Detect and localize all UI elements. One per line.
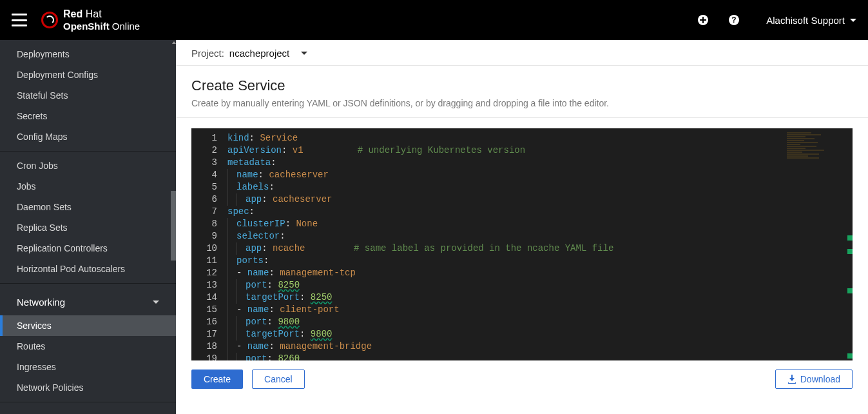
topbar: Red Hat OpenShift Online ? Alachisoft Su…: [0, 0, 868, 40]
sidebar-item-secrets[interactable]: Secrets: [0, 106, 176, 126]
download-label: Download: [800, 374, 840, 384]
sidebar-header-networking[interactable]: Networking: [0, 289, 176, 315]
svg-text:?: ?: [732, 15, 737, 25]
add-icon[interactable]: [697, 14, 709, 26]
sidebar-item-hpa[interactable]: Horizontal Pod Autoscalers: [0, 259, 176, 279]
sidebar-item-network-policies[interactable]: Network Policies: [0, 377, 176, 398]
svg-rect-2: [700, 19, 706, 21]
project-caret-icon[interactable]: [301, 52, 307, 55]
brand-line2-a: OpenShift: [63, 21, 110, 32]
editor-gutter: 12345678910111213141516171819: [191, 128, 222, 360]
caret-down-icon: [850, 19, 856, 22]
scroll-up-icon[interactable]: [172, 40, 176, 44]
brand-line1-a: Red: [63, 8, 82, 19]
sidebar-item-replica-sets[interactable]: Replica Sets: [0, 217, 176, 238]
sidebar-separator: [0, 283, 176, 284]
sidebar-scrollbar[interactable]: [171, 191, 176, 261]
chevron-down-icon: [153, 301, 159, 304]
download-icon: [787, 375, 796, 384]
help-icon[interactable]: ?: [728, 14, 740, 26]
sidebar-item-deployments[interactable]: Deployments: [0, 44, 176, 64]
project-label: Project:: [191, 48, 224, 59]
project-name: ncacheproject: [229, 48, 289, 59]
sidebar-item-stateful-sets[interactable]: Stateful Sets: [0, 85, 176, 106]
sidebar-item-jobs[interactable]: Jobs: [0, 176, 176, 197]
brand-line2-b: Online: [110, 21, 140, 32]
page-header: Create Service Create by manually enteri…: [176, 66, 868, 117]
sidebar-item-routes[interactable]: Routes: [0, 336, 176, 357]
hamburger-menu-icon[interactable]: [12, 14, 27, 26]
page-title: Create Service: [191, 77, 853, 94]
sidebar-item-config-maps[interactable]: Config Maps: [0, 126, 176, 147]
user-menu[interactable]: Alachisoft Support: [766, 15, 856, 26]
footer-actions: Create Cancel Download: [176, 360, 868, 398]
sidebar-header-networking-label: Networking: [17, 297, 65, 308]
yaml-editor[interactable]: 12345678910111213141516171819 kind: Serv…: [191, 128, 853, 360]
sidebar-separator: [0, 402, 176, 402]
top-icons: ?: [697, 14, 740, 26]
create-button[interactable]: Create: [191, 370, 243, 389]
brand-text: Red Hat OpenShift Online: [63, 8, 140, 32]
editor-overview-ruler[interactable]: [845, 128, 853, 360]
brand-logo[interactable]: Red Hat OpenShift Online: [41, 8, 140, 32]
sidebar-item-replication-controllers[interactable]: Replication Controllers: [0, 238, 176, 259]
page-subtitle: Create by manually entering YAML or JSON…: [191, 98, 853, 108]
sidebar-item-ingresses[interactable]: Ingresses: [0, 357, 176, 377]
sidebar[interactable]: Deployments Deployment Configs Stateful …: [0, 40, 176, 414]
sidebar-item-daemon-sets[interactable]: Daemon Sets: [0, 197, 176, 217]
editor-code-area[interactable]: kind: ServiceapiVersion: v1 # underlying…: [222, 128, 853, 360]
sidebar-header-storage[interactable]: Storage: [0, 408, 176, 414]
redhat-logo-icon: [41, 12, 58, 28]
sidebar-item-deployment-configs[interactable]: Deployment Configs: [0, 64, 176, 85]
sidebar-item-services[interactable]: Services: [0, 315, 176, 336]
download-button[interactable]: Download: [775, 370, 853, 389]
sidebar-separator: [0, 151, 176, 152]
divider: [176, 117, 868, 118]
brand-line1-b: Hat: [86, 8, 102, 19]
main-content: Project: ncacheproject Create Service Cr…: [176, 40, 868, 414]
project-selector[interactable]: Project: ncacheproject: [176, 40, 868, 65]
cancel-button[interactable]: Cancel: [252, 370, 305, 389]
sidebar-item-cron-jobs[interactable]: Cron Jobs: [0, 155, 176, 176]
user-name: Alachisoft Support: [766, 15, 845, 26]
